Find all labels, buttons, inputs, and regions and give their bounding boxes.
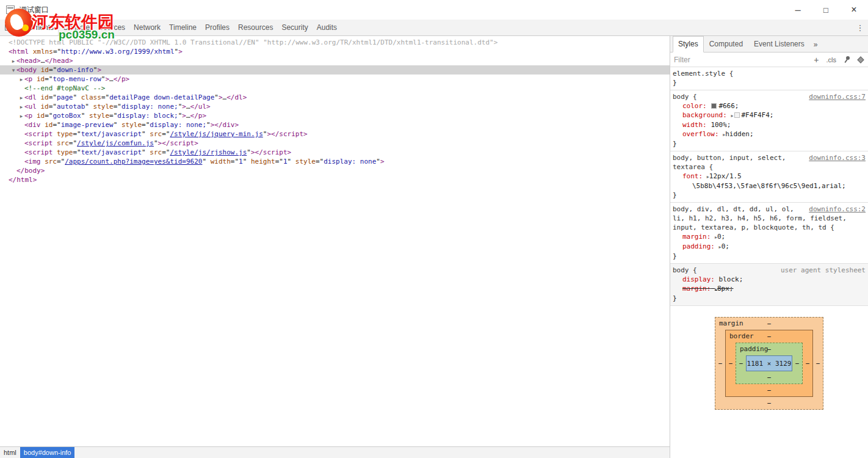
dom-tree-node[interactable]: <script type="text/javascript" src="/sty… bbox=[0, 129, 670, 139]
toggle-element-state-icon[interactable] bbox=[857, 56, 864, 63]
new-style-rule-button[interactable]: + bbox=[814, 56, 819, 64]
breadcrumb-item[interactable]: body#down-info bbox=[20, 447, 75, 458]
css-property[interactable]: width: 100%; bbox=[673, 120, 866, 129]
css-property[interactable]: background: ▸#F4F4F4; bbox=[673, 111, 866, 120]
border-bottom-value[interactable]: − bbox=[767, 387, 772, 394]
tab-audits[interactable]: Audits bbox=[313, 20, 341, 35]
stylesheet-link[interactable]: downinfo.css:7 bbox=[804, 92, 866, 101]
breadcrumb-item[interactable]: html bbox=[0, 447, 20, 458]
css-property-value: #666; bbox=[718, 102, 739, 110]
border-top-value[interactable]: − bbox=[767, 333, 772, 341]
element-classes-button[interactable]: .cls bbox=[826, 56, 837, 64]
border-left-value[interactable]: − bbox=[726, 360, 736, 368]
style-rule[interactable]: body {downinfo.css:7color: #666;backgrou… bbox=[670, 90, 868, 151]
window-titlebar: 调试窗口 ─ □ × bbox=[0, 0, 868, 20]
sidebar-tab-event-listeners[interactable]: Event Listeners bbox=[748, 36, 810, 53]
box-model-content[interactable]: 1181 × 3129 bbox=[746, 355, 792, 371]
dom-tree-node[interactable]: <!DOCTYPE html PUBLIC "-//W3C//DTD XHTML… bbox=[0, 38, 670, 47]
sidebar-tab-styles[interactable]: Styles bbox=[673, 36, 704, 53]
elements-panel: <!DOCTYPE html PUBLIC "-//W3C//DTD XHTML… bbox=[0, 36, 670, 458]
dom-tree-node[interactable]: ▸<dl id="page" class="detailPage down-de… bbox=[0, 93, 670, 102]
css-property[interactable]: font: ▸12px/1.5 bbox=[673, 172, 866, 181]
dom-tree-node[interactable]: ▾<body id="down-info"> bbox=[0, 65, 670, 75]
sidebar-tabs-overflow-icon[interactable]: » bbox=[810, 37, 822, 53]
tab-security[interactable]: Security bbox=[277, 20, 312, 35]
rule-selector: body { bbox=[673, 266, 697, 275]
margin-right-value[interactable]: − bbox=[813, 360, 823, 368]
style-rule[interactable]: body, button, input, select,downinfo.css… bbox=[670, 151, 868, 203]
box-model-padding[interactable]: padding − − 1181 × 3129 − − bbox=[736, 343, 803, 384]
style-rule[interactable]: element.style {} bbox=[670, 67, 868, 90]
box-model-border[interactable]: border − − padding − − bbox=[725, 330, 813, 397]
expand-arrow-icon[interactable]: ▸ bbox=[731, 113, 733, 118]
css-property-value: 12px/1.5 bbox=[709, 172, 742, 180]
close-button[interactable]: × bbox=[840, 0, 868, 20]
styles-filter-input[interactable] bbox=[674, 56, 814, 64]
border-right-value[interactable]: − bbox=[803, 360, 812, 368]
dom-tree-node[interactable]: ▸<p id="gotoBox" style="display: block;"… bbox=[0, 111, 670, 120]
tab-console[interactable]: Console bbox=[59, 20, 94, 35]
padding-right-value[interactable]: − bbox=[792, 360, 802, 368]
css-property[interactable]: padding: ▸0; bbox=[673, 242, 866, 252]
tab-sources[interactable]: Sources bbox=[94, 20, 129, 35]
devtools-main: <!DOCTYPE html PUBLIC "-//W3C//DTD XHTML… bbox=[0, 36, 868, 458]
rule-selector: body { bbox=[673, 92, 697, 101]
breadcrumb: htmlbody#down-info bbox=[0, 446, 670, 458]
style-rule[interactable]: body {user agent stylesheetdisplay: bloc… bbox=[670, 264, 868, 306]
tab-timeline[interactable]: Timeline bbox=[165, 20, 201, 35]
expand-arrow-icon[interactable]: ▸ bbox=[18, 93, 24, 103]
tab-elements[interactable]: Elements bbox=[18, 20, 59, 35]
dom-tree-node[interactable]: <script type="text/javascript" src="/sty… bbox=[0, 148, 670, 157]
css-property[interactable]: margin: ▸0; bbox=[673, 232, 866, 242]
expand-arrow-icon[interactable]: ▸ bbox=[10, 57, 16, 66]
margin-left-value[interactable]: − bbox=[715, 360, 725, 368]
stylesheet-link[interactable]: downinfo.css:2 bbox=[804, 205, 866, 214]
dom-tree-node[interactable]: </body> bbox=[0, 166, 670, 175]
tab-resources[interactable]: Resources bbox=[234, 20, 277, 35]
sidebar-tab-computed[interactable]: Computed bbox=[704, 36, 748, 53]
color-swatch[interactable] bbox=[711, 103, 717, 109]
css-property[interactable]: display: block; bbox=[673, 275, 866, 284]
css-property[interactable]: margin: ▸8px; bbox=[673, 284, 866, 294]
dom-tree-node[interactable]: <img src="/apps/count.php?image=yes&tid=… bbox=[0, 157, 670, 166]
padding-left-value[interactable]: − bbox=[736, 360, 746, 368]
dom-tree-node[interactable]: ▸<ul id="autotab" style="display: none;"… bbox=[0, 102, 670, 111]
css-property-value: 8px; bbox=[717, 285, 734, 293]
dom-tree-node[interactable]: ▸<head>…</head> bbox=[0, 56, 670, 65]
css-property-name: width: bbox=[682, 121, 707, 129]
box-model-padding-label: padding bbox=[740, 345, 768, 353]
window-title: 调试窗口 bbox=[20, 5, 49, 15]
dom-tree-node[interactable]: <html xmlns="http://www.w3.org/1999/xhtm… bbox=[0, 47, 670, 56]
css-property[interactable]: overflow: ▸hidden; bbox=[673, 129, 866, 139]
css-property-name: overflow: bbox=[682, 130, 719, 138]
dom-tree-node[interactable]: <!--end #topNavC --> bbox=[0, 84, 670, 93]
style-rule[interactable]: body, div, dl, dt, dd, ul, ol,downinfo.c… bbox=[670, 203, 868, 264]
margin-bottom-value[interactable]: − bbox=[767, 399, 772, 407]
expand-arrow-icon[interactable]: ▸ bbox=[18, 112, 24, 121]
tab-network[interactable]: Network bbox=[129, 20, 165, 35]
maximize-button[interactable]: □ bbox=[812, 0, 840, 20]
dom-tree-node[interactable]: <script src="/style/js/comfun.js"></scri… bbox=[0, 139, 670, 148]
dom-tree-node[interactable]: </html> bbox=[0, 175, 670, 184]
inspect-icon[interactable] bbox=[0, 20, 18, 35]
expand-arrow-icon[interactable]: ▸ bbox=[18, 75, 24, 84]
dom-tree-node[interactable]: <div id="image-preview" style="display: … bbox=[0, 120, 670, 129]
margin-top-value[interactable]: − bbox=[767, 320, 772, 328]
devtools-menu-button[interactable]: ⋮ bbox=[852, 23, 868, 32]
css-property[interactable]: color: #666; bbox=[673, 101, 866, 111]
expand-arrow-icon[interactable]: ▸ bbox=[18, 103, 24, 112]
color-swatch[interactable] bbox=[734, 112, 740, 118]
styles-sidebar: » StylesComputedEvent Listeners + .cls e… bbox=[670, 36, 868, 458]
tab-profiles[interactable]: Profiles bbox=[201, 20, 234, 35]
box-model-border-label: border bbox=[729, 332, 754, 340]
styles-toolbar: + .cls bbox=[670, 53, 868, 67]
box-model-margin[interactable]: margin − − border − − bbox=[715, 317, 823, 410]
expand-arrow-icon[interactable]: ▾ bbox=[10, 66, 16, 75]
css-property-value: block; bbox=[719, 275, 743, 283]
css-property-name: display: bbox=[682, 275, 715, 283]
pin-icon[interactable] bbox=[844, 56, 851, 64]
dom-tree-node[interactable]: ▸<p id="top-menu-row">…</p> bbox=[0, 75, 670, 84]
minimize-button[interactable]: ─ bbox=[784, 0, 812, 20]
padding-bottom-value[interactable]: − bbox=[767, 374, 772, 382]
stylesheet-link[interactable]: downinfo.css:3 bbox=[804, 153, 866, 162]
